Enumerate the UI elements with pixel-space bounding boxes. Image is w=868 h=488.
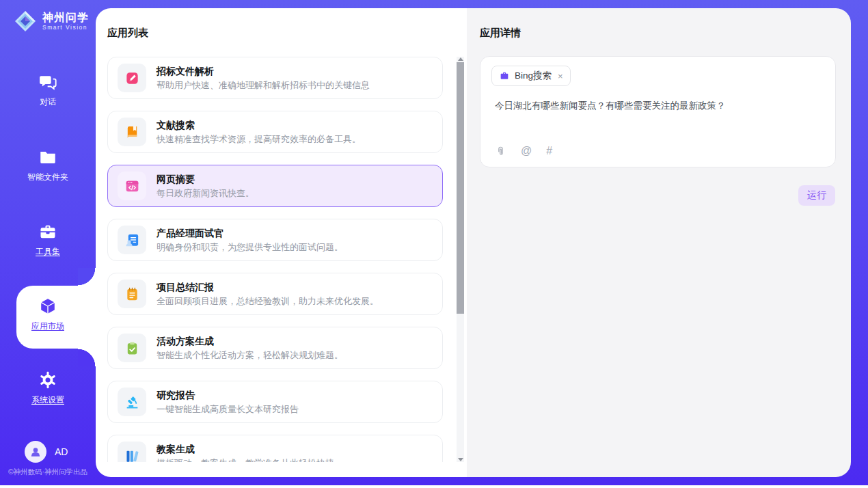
app-list-item-bid-parse[interactable]: 招标文件解析 帮助用户快速、准确地理解和解析招标书中的关键信息 — [107, 57, 443, 99]
avatar — [25, 441, 46, 463]
content-shell: 应用列表 招标文件解析 帮助用户快速、准确地理解和解析招标书中的关键信息 文献搜… — [96, 8, 851, 477]
app-list-title: 应用列表 — [107, 27, 148, 40]
user-name: AD — [55, 446, 68, 457]
list-scrollbar[interactable] — [457, 57, 464, 462]
app-frame: 神州问学 Smart Vision 对话 智能文件夹 工具集 应用市场 系统设置 — [0, 0, 868, 485]
gear-icon — [38, 370, 57, 391]
user-chip[interactable]: AD — [25, 441, 68, 463]
edit-doc-icon — [118, 64, 146, 92]
scroll-down-icon[interactable] — [457, 457, 464, 462]
close-icon[interactable]: × — [558, 71, 563, 81]
app-list-item-research-report[interactable]: 研究报告 一键智能生成高质量长文本研究报告 — [107, 381, 443, 423]
user-icon — [29, 445, 42, 459]
app-detail-panel: 应用详情 Bing搜索 × 今日湖北有哪些新闻要点？有哪些需要关注的最新政策？ … — [467, 8, 851, 477]
app-list-item-lesson-plan[interactable]: 教案生成 模板驱动，教案生成，教学准备从此轻松快捷 — [107, 435, 443, 462]
clipboard-check-icon — [118, 334, 146, 362]
app-list-item-project-summary[interactable]: 项目总结汇报 全面回顾项目进展，总结经验教训，助力未来优化发展。 — [107, 273, 443, 315]
book-icon — [118, 118, 146, 146]
attachment-icon[interactable] — [495, 146, 506, 157]
briefcase-icon — [499, 70, 510, 81]
interview-icon — [118, 226, 146, 254]
hash-icon[interactable]: # — [546, 144, 552, 158]
bulge-curve-top — [78, 268, 96, 286]
app-list: 招标文件解析 帮助用户快速、准确地理解和解析招标书中的关键信息 文献搜索 快速精… — [107, 57, 443, 462]
tool-tag-bing[interactable]: Bing搜索 × — [491, 66, 571, 86]
app-list-item-web-summary[interactable]: 网页摘要 每日政府新闻资讯快查。 — [107, 165, 443, 207]
brand-subtitle: Smart Vision — [42, 24, 89, 31]
sidebar-item-toolset[interactable]: 工具集 — [0, 222, 96, 258]
books-icon — [118, 442, 146, 462]
sidebar: 神州问学 Smart Vision 对话 智能文件夹 工具集 应用市场 系统设置 — [0, 0, 96, 485]
app-detail-title: 应用详情 — [480, 27, 521, 40]
brand-logo: 神州问学 Smart Vision — [14, 10, 89, 33]
composer-toolbar: @# — [495, 144, 552, 158]
diamond-logo-icon — [14, 10, 37, 33]
notepad-icon — [118, 280, 146, 308]
sidebar-item-settings[interactable]: 系统设置 — [0, 370, 96, 406]
scrollbar-thumb[interactable] — [457, 62, 464, 314]
mention-icon[interactable]: @ — [521, 144, 532, 158]
app-list-item-pm-interviewer[interactable]: 产品经理面试官 明确身份和职责，为您提供专业性的面试问题。 — [107, 219, 443, 261]
sidebar-item-app-market[interactable]: 应用市场 — [0, 297, 96, 332]
toolbox-icon — [38, 222, 57, 243]
cube-icon — [38, 297, 57, 317]
query-input[interactable]: 今日湖北有哪些新闻要点？有哪些需要关注的最新政策？ — [495, 99, 822, 112]
app-list-panel: 应用列表 招标文件解析 帮助用户快速、准确地理解和解析招标书中的关键信息 文献搜… — [96, 8, 467, 477]
app-list-item-literature-search[interactable]: 文献搜索 快速精准查找学术资源，提高研究效率的必备工具。 — [107, 111, 443, 153]
sidebar-item-chat[interactable]: 对话 — [0, 72, 96, 108]
app-list-item-event-plan[interactable]: 活动方案生成 智能生成个性化活动方案，轻松解决规划难题。 — [107, 327, 443, 369]
browser-code-icon — [118, 172, 146, 200]
tool-tag-label: Bing搜索 — [515, 70, 552, 82]
run-button[interactable]: 运行 — [798, 185, 835, 206]
query-card: Bing搜索 × 今日湖北有哪些新闻要点？有哪些需要关注的最新政策？ @# — [480, 56, 836, 167]
copyright: ©神州数码·神州问学出品 — [0, 467, 96, 477]
scroll-up-icon[interactable] — [457, 57, 464, 62]
research-icon — [118, 388, 146, 416]
chat-icon — [38, 72, 57, 93]
folder-icon — [38, 148, 57, 168]
bulge-curve-bottom — [78, 349, 96, 366]
sidebar-item-smart-folders[interactable]: 智能文件夹 — [0, 148, 96, 183]
brand-name: 神州问学 — [42, 12, 89, 24]
